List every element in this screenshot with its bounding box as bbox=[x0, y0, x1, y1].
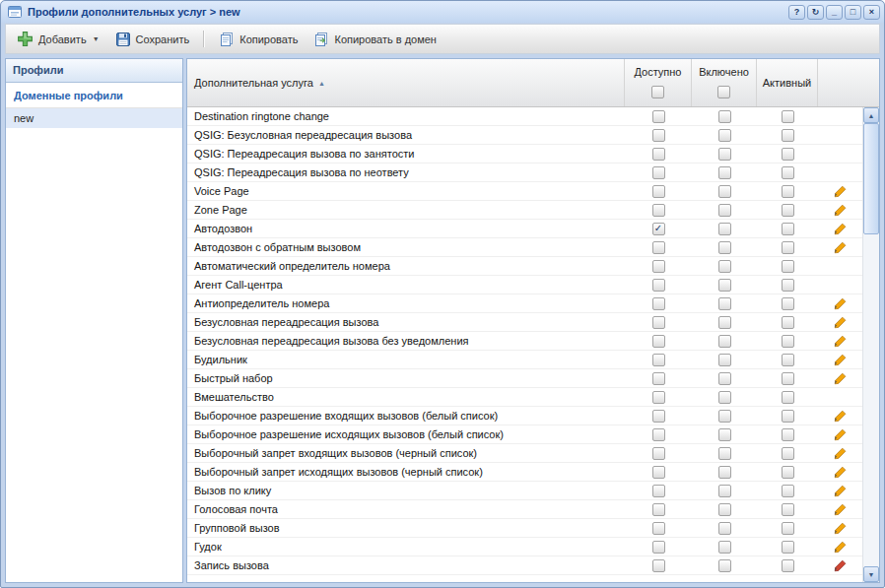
table-row[interactable]: Безусловная переадресация вызова без уве… bbox=[187, 332, 862, 351]
table-row[interactable]: Голосовая почта bbox=[187, 500, 862, 519]
enabled-checkbox[interactable] bbox=[718, 503, 731, 516]
active-checkbox[interactable] bbox=[782, 335, 794, 348]
edit-icon[interactable] bbox=[834, 485, 847, 497]
edit-icon[interactable] bbox=[834, 372, 847, 385]
scroll-up-button[interactable]: ▲ bbox=[863, 107, 879, 123]
available-checkbox[interactable] bbox=[652, 466, 665, 479]
available-checkbox[interactable] bbox=[652, 391, 665, 404]
scrollbar[interactable]: ▲ ▼ bbox=[862, 107, 879, 582]
refresh-button[interactable]: ↻ bbox=[807, 5, 824, 20]
available-checkbox[interactable] bbox=[652, 335, 665, 348]
minimize-button[interactable]: _ bbox=[826, 5, 843, 20]
close-button[interactable]: × bbox=[863, 5, 880, 20]
edit-icon[interactable] bbox=[834, 503, 847, 516]
enabled-checkbox[interactable] bbox=[718, 297, 731, 310]
edit-icon[interactable] bbox=[834, 410, 847, 423]
active-checkbox[interactable] bbox=[782, 354, 794, 366]
maximize-button[interactable]: □ bbox=[845, 5, 861, 20]
edit-icon[interactable] bbox=[834, 335, 847, 348]
table-row[interactable]: Автодозвон с обратным вызовом bbox=[187, 238, 862, 257]
available-checkbox[interactable] bbox=[652, 241, 665, 254]
edit-icon[interactable] bbox=[834, 559, 847, 572]
available-checkbox[interactable] bbox=[652, 372, 665, 385]
enabled-checkbox[interactable] bbox=[718, 241, 731, 254]
edit-icon[interactable] bbox=[834, 297, 847, 310]
available-checkbox[interactable] bbox=[652, 279, 665, 292]
column-header-service[interactable]: Дополнительная услуга ▲ bbox=[187, 59, 625, 106]
active-checkbox[interactable] bbox=[782, 503, 794, 516]
table-row[interactable]: Вмешательство bbox=[187, 388, 862, 407]
available-checkbox[interactable] bbox=[652, 410, 665, 423]
edit-icon[interactable] bbox=[834, 354, 847, 366]
enabled-checkbox[interactable] bbox=[718, 166, 731, 179]
active-checkbox[interactable] bbox=[782, 204, 794, 217]
enabled-checkbox[interactable] bbox=[718, 279, 731, 292]
active-checkbox[interactable] bbox=[782, 166, 794, 179]
active-checkbox[interactable] bbox=[782, 260, 794, 273]
edit-icon[interactable] bbox=[834, 185, 847, 198]
enabled-checkbox[interactable] bbox=[718, 559, 731, 572]
available-checkbox[interactable] bbox=[652, 541, 665, 554]
active-checkbox[interactable] bbox=[782, 185, 794, 198]
active-checkbox[interactable] bbox=[782, 522, 794, 535]
table-row[interactable]: Выборочный запрет исходящих вызовов (чер… bbox=[187, 463, 862, 482]
active-checkbox[interactable] bbox=[782, 410, 794, 423]
column-header-enabled[interactable]: Включено bbox=[692, 59, 757, 106]
copy-to-domain-button[interactable]: Копировать в домен bbox=[306, 28, 442, 51]
copy-button[interactable]: Копировать bbox=[212, 28, 305, 51]
edit-icon[interactable] bbox=[834, 316, 847, 329]
active-checkbox[interactable] bbox=[782, 129, 794, 142]
edit-icon[interactable] bbox=[834, 466, 847, 479]
column-header-active[interactable]: Активный bbox=[757, 59, 818, 106]
table-row[interactable]: Voice Page bbox=[187, 182, 862, 201]
active-checkbox[interactable] bbox=[782, 297, 794, 310]
available-checkbox[interactable] bbox=[652, 354, 665, 366]
available-checkbox[interactable] bbox=[652, 559, 665, 572]
available-checkbox[interactable] bbox=[652, 148, 665, 161]
enabled-checkbox[interactable] bbox=[718, 485, 731, 497]
available-checkbox[interactable] bbox=[652, 185, 665, 198]
active-checkbox[interactable] bbox=[782, 485, 794, 497]
active-checkbox[interactable] bbox=[782, 372, 794, 385]
enabled-checkbox[interactable] bbox=[718, 541, 731, 554]
add-button[interactable]: Добавить ▼ bbox=[10, 27, 106, 51]
available-checkbox[interactable] bbox=[652, 260, 665, 273]
available-checkbox[interactable] bbox=[652, 503, 665, 516]
available-checkbox[interactable] bbox=[652, 223, 665, 235]
scrollbar-thumb[interactable] bbox=[863, 123, 879, 234]
available-checkbox[interactable] bbox=[652, 428, 665, 441]
enabled-checkbox[interactable] bbox=[718, 447, 731, 460]
enabled-checkbox[interactable] bbox=[718, 391, 731, 404]
table-row[interactable]: Групповой вызов bbox=[187, 519, 862, 538]
table-row[interactable]: Destination ringtone change bbox=[187, 107, 862, 126]
enabled-checkbox[interactable] bbox=[718, 428, 731, 441]
table-row[interactable]: Безусловная переадресация вызова bbox=[187, 313, 862, 332]
enabled-checkbox[interactable] bbox=[718, 316, 731, 329]
edit-icon[interactable] bbox=[834, 428, 847, 441]
active-checkbox[interactable] bbox=[782, 110, 794, 123]
table-row[interactable]: Вызов по клику bbox=[187, 482, 862, 500]
scrollbar-track[interactable] bbox=[863, 123, 879, 566]
active-checkbox[interactable] bbox=[782, 391, 794, 404]
edit-icon[interactable] bbox=[834, 541, 847, 554]
scroll-down-button[interactable]: ▼ bbox=[863, 566, 879, 582]
table-row[interactable]: Выборочное разрешение входящих вызовов (… bbox=[187, 407, 862, 425]
active-checkbox[interactable] bbox=[782, 541, 794, 554]
enabled-checkbox[interactable] bbox=[718, 148, 731, 161]
table-row[interactable]: Будильник bbox=[187, 351, 862, 369]
table-row[interactable]: Гудок bbox=[187, 538, 862, 556]
active-checkbox[interactable] bbox=[782, 559, 794, 572]
table-row[interactable]: Антиопределитель номера bbox=[187, 294, 862, 313]
active-checkbox[interactable] bbox=[782, 428, 794, 441]
enabled-checkbox[interactable] bbox=[718, 185, 731, 198]
sidebar-item-domain-profiles[interactable]: Доменные профили bbox=[6, 83, 182, 108]
table-row[interactable]: Выборочный запрет входящих вызовов (черн… bbox=[187, 444, 862, 463]
active-checkbox[interactable] bbox=[782, 447, 794, 460]
available-checkbox[interactable] bbox=[652, 522, 665, 535]
available-checkbox[interactable] bbox=[652, 129, 665, 142]
save-button[interactable]: Сохранить bbox=[108, 28, 197, 51]
enabled-checkbox[interactable] bbox=[718, 335, 731, 348]
enabled-checkbox[interactable] bbox=[718, 260, 731, 273]
table-row[interactable]: Запись вызова bbox=[187, 556, 862, 575]
available-header-checkbox[interactable] bbox=[651, 86, 664, 98]
